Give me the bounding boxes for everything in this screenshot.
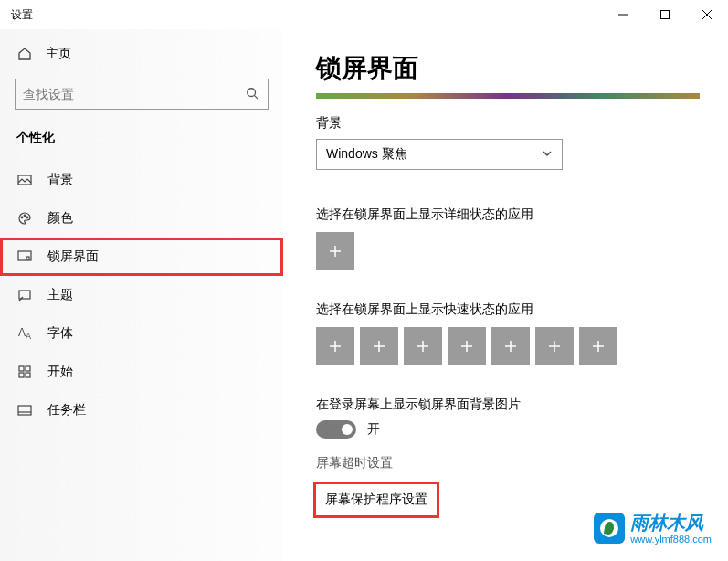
sidebar-item-taskbar[interactable]: 任务栏 [0,391,283,429]
font-icon: AA [16,326,33,341]
svg-rect-11 [26,257,29,259]
sidebar-item-label: 颜色 [47,210,73,227]
login-picture-toggle[interactable] [316,420,356,439]
picture-icon [16,173,33,187]
dropdown-value: Windows 聚焦 [326,146,407,163]
svg-line-5 [255,95,258,99]
add-quick-app-tile[interactable] [360,327,398,365]
palette-icon [16,211,33,226]
screensaver-settings-link[interactable]: 屏幕保护程序设置 [316,484,437,515]
search-icon [246,87,260,102]
add-quick-app-tile[interactable] [404,327,442,365]
svg-rect-12 [19,291,30,299]
add-quick-app-tile[interactable] [316,327,354,365]
svg-point-7 [21,217,23,218]
svg-point-8 [24,215,26,217]
sidebar-item-label: 开始 [47,364,73,380]
sidebar-item-themes[interactable]: 主题 [0,276,283,314]
svg-point-9 [26,217,28,218]
sidebar-item-label: 任务栏 [47,402,86,418]
sidebar-item-label: 字体 [47,325,73,342]
svg-rect-16 [26,373,30,377]
svg-rect-17 [18,406,31,415]
sidebar: 主页 个性化 背景 颜色 锁屏界面 主题 AA 字体 [0,29,283,561]
watermark-url: www.ylmf888.com [630,534,712,545]
taskbar-icon [16,405,33,416]
home-icon [16,47,33,61]
section-header: 个性化 [0,126,283,161]
minimize-button[interactable] [602,0,644,29]
sidebar-item-fonts[interactable]: AA 字体 [0,314,283,353]
sidebar-item-lockscreen[interactable]: 锁屏界面 [0,238,283,276]
lockscreen-preview [316,93,700,99]
svg-rect-6 [18,175,31,185]
add-quick-app-tile[interactable] [448,327,486,365]
login-picture-label: 在登录屏幕上显示锁屏界面背景图片 [316,397,701,413]
watermark-logo-icon [594,513,625,544]
page-title: 锁屏界面 [316,51,701,86]
home-button[interactable]: 主页 [0,37,283,71]
sidebar-item-label: 锁屏界面 [47,249,99,265]
search-box[interactable] [15,79,269,110]
toggle-knob [342,424,353,435]
sidebar-item-start[interactable]: 开始 [0,353,283,391]
detailed-status-label: 选择在锁屏界面上显示详细状态的应用 [316,206,701,223]
start-icon [16,365,33,378]
maximize-button[interactable] [644,0,686,29]
screen-timeout-link[interactable]: 屏幕超时设置 [316,455,701,471]
svg-rect-14 [26,366,30,371]
add-quick-app-tile[interactable] [579,327,617,365]
svg-rect-1 [661,11,670,19]
lockscreen-icon [16,249,33,264]
background-dropdown[interactable]: Windows 聚焦 [316,139,563,170]
watermark-text: 雨林木风 [630,513,703,533]
sidebar-item-label: 主题 [47,287,73,303]
sidebar-item-label: 背景 [47,172,73,188]
home-label: 主页 [46,46,71,62]
toggle-state-label: 开 [367,421,380,438]
close-button[interactable] [686,0,728,29]
chevron-down-icon [542,147,553,162]
titlebar: 设置 [0,0,728,29]
svg-rect-15 [19,373,24,377]
background-label: 背景 [316,115,701,132]
sidebar-item-colors[interactable]: 颜色 [0,199,283,238]
svg-point-4 [248,88,256,96]
watermark: 雨林木风 www.ylmf888.com [594,511,712,545]
screensaver-link-text: 屏幕保护程序设置 [325,492,427,506]
search-input[interactable] [23,87,246,101]
add-detailed-app-tile[interactable] [316,232,354,270]
svg-rect-13 [19,366,24,371]
theme-icon [16,288,33,302]
add-quick-app-tile[interactable] [535,327,574,365]
window-controls [602,0,728,29]
add-quick-app-tile[interactable] [491,327,530,365]
main-content: 锁屏界面 背景 Windows 聚焦 选择在锁屏界面上显示详细状态的应用 选择在… [283,29,728,561]
window-title: 设置 [11,7,33,23]
sidebar-item-background[interactable]: 背景 [0,161,283,199]
quick-status-label: 选择在锁屏界面上显示快速状态的应用 [316,302,701,318]
